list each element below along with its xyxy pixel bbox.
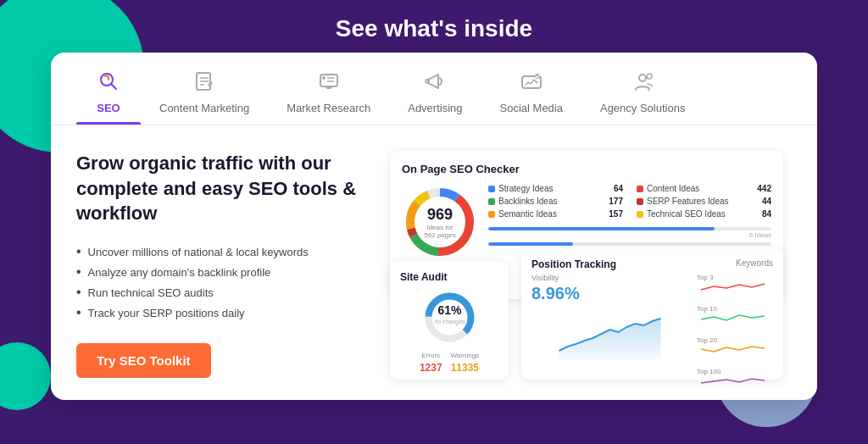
donut-chart: 969 Ideas for562 pages <box>402 184 478 260</box>
donut-center: 969 Ideas for562 pages <box>424 206 455 239</box>
audit-warnings-value: 11335 <box>451 362 479 374</box>
seo-stats: Strategy Ideas 64 Content Ideas 442 Back… <box>488 184 771 254</box>
tab-seo-label: SEO <box>97 102 120 114</box>
stat-label-strategy: Strategy Ideas <box>498 184 553 193</box>
seo-icon <box>95 68 122 95</box>
tab-advertising-label: Advertising <box>408 102 462 114</box>
main-card: SEO Content Marketing <box>51 53 817 400</box>
feature-item-2: Analyze any domain's backlink profile <box>76 262 364 282</box>
keyword-top100: Top 100 <box>697 368 773 392</box>
keyword-top10: Top 10 <box>697 305 773 330</box>
svg-rect-6 <box>320 75 337 86</box>
audit-circle: 61% no changes <box>400 290 498 345</box>
progress-bar-2 <box>488 242 771 246</box>
stat-dot-serp <box>637 198 643 205</box>
stat-content: Content Ideas 442 <box>637 184 771 193</box>
tab-seo[interactable]: SEO <box>76 53 141 125</box>
tab-social-media-label: Social Media <box>500 102 563 114</box>
pt-left: Visibility 8.96% <box>531 274 688 399</box>
donut-number: 969 <box>424 206 455 224</box>
tab-navigation: SEO Content Marketing <box>51 53 817 125</box>
stat-val-serp: 44 <box>762 197 771 206</box>
tab-content-marketing[interactable]: Content Marketing <box>141 53 268 125</box>
stat-val-backlinks: 177 <box>609 197 623 206</box>
visibility-label: Visibility <box>531 274 688 282</box>
pt-keywords-title: Keywords <box>736 258 773 270</box>
stat-label-content: Content Ideas <box>647 184 699 193</box>
stat-label-semantic: Semantic Ideas <box>498 209 557 219</box>
svg-text:61%: 61% <box>437 303 462 317</box>
donut-sub: Ideas for562 pages <box>424 224 455 239</box>
advertising-icon <box>421 68 448 95</box>
pt-right: Top 3 Top 10 Top 20 <box>697 274 773 399</box>
tab-agency-solutions[interactable]: Agency Solutions <box>581 53 704 125</box>
stat-label-backlinks: Backlinks Ideas <box>498 197 557 206</box>
social-media-icon <box>518 68 545 95</box>
prog-fill-1 <box>488 227 715 230</box>
pt-title: Position Tracking <box>531 258 616 270</box>
left-panel: Grow organic traffic with our complete a… <box>76 151 364 388</box>
stat-dot-semantic <box>488 211 495 218</box>
site-audit-title: Site Audit <box>400 271 498 283</box>
feature-item-1: Uncover millions of national & local key… <box>76 241 364 262</box>
visibility-value: 8.96% <box>531 284 688 303</box>
audit-warnings-label: Warnings <box>451 352 480 359</box>
keyword-top3-label: Top 3 <box>697 274 714 281</box>
prog-fill-2 <box>488 242 573 246</box>
svg-point-16 <box>639 75 646 81</box>
stat-dot-backlinks <box>488 198 495 205</box>
stat-technical: Technical SEO Ideas 84 <box>637 209 771 219</box>
svg-point-7 <box>322 76 326 80</box>
tab-market-research-label: Market Research <box>287 102 370 114</box>
tab-market-research[interactable]: Market Research <box>268 53 389 125</box>
site-audit-widget: Site Audit 61% no changes Errors 1237 <box>390 261 509 380</box>
stat-val-semantic: 157 <box>609 209 623 219</box>
tab-agency-solutions-label: Agency Solutions <box>600 102 685 114</box>
stat-val-technical: 84 <box>762 209 771 219</box>
svg-text:no changes: no changes <box>434 319 465 325</box>
tab-content-marketing-label: Content Marketing <box>159 102 249 114</box>
svg-point-17 <box>647 74 652 79</box>
stat-val-strategy: 64 <box>614 184 623 193</box>
right-panel: On Page SEO Checker <box>390 151 792 388</box>
keyword-top20: Top 20 <box>697 336 773 361</box>
stat-label-technical: Technical SEO Ideas <box>647 209 726 219</box>
progress-bar-1 <box>488 227 771 230</box>
stat-dot-strategy <box>488 186 495 192</box>
pt-header: Position Tracking Keywords <box>531 258 773 270</box>
teal-blob-bottom <box>0 342 51 410</box>
tab-social-media[interactable]: Social Media <box>481 53 581 125</box>
stat-strategy: Strategy Ideas 64 <box>488 184 623 193</box>
stat-val-content: 442 <box>757 184 771 193</box>
cta-button[interactable]: Try SEO Toolkit <box>76 343 211 378</box>
stat-semantic: Semantic Ideas 157 <box>488 209 623 219</box>
hero-heading: Grow organic traffic with our complete a… <box>76 151 364 226</box>
stat-label-serp: SERP Features Ideas <box>647 197 729 206</box>
keyword-top10-label: Top 10 <box>697 305 717 313</box>
feature-item-3: Run technical SEO audits <box>76 282 364 302</box>
stat-dot-technical <box>637 211 643 218</box>
page-title: See what's inside <box>0 0 868 53</box>
tab-advertising[interactable]: Advertising <box>389 53 481 125</box>
market-research-icon <box>315 68 342 95</box>
stat-backlinks: Backlinks Ideas 177 <box>488 197 623 206</box>
audit-errors-label: Errors <box>420 352 442 359</box>
prog-label-1: 6 Ideas <box>488 231 771 239</box>
audit-errors-value: 1237 <box>420 362 442 374</box>
stat-serp: SERP Features Ideas 44 <box>637 197 771 206</box>
audit-errors: Errors 1237 <box>420 352 442 375</box>
keyword-top100-label: Top 100 <box>697 368 721 375</box>
keyword-top20-label: Top 20 <box>697 336 717 344</box>
stat-dot-content <box>637 186 643 192</box>
keyword-top3: Top 3 <box>697 274 773 298</box>
pt-content: Visibility 8.96% <box>531 274 773 399</box>
feature-item-4: Track your SERP positions daily <box>76 302 364 323</box>
content-marketing-icon <box>191 68 218 95</box>
position-tracking-widget: Position Tracking Keywords Visibility 8.… <box>521 248 783 380</box>
audit-warnings: Warnings 11335 <box>451 352 480 375</box>
feature-list: Uncover millions of national & local key… <box>76 241 364 323</box>
seo-checker-title: On Page SEO Checker <box>402 163 771 175</box>
content-area: Grow organic traffic with our complete a… <box>51 125 817 400</box>
visibility-chart <box>531 308 688 359</box>
audit-stats: Errors 1237 Warnings 11335 <box>400 352 498 375</box>
